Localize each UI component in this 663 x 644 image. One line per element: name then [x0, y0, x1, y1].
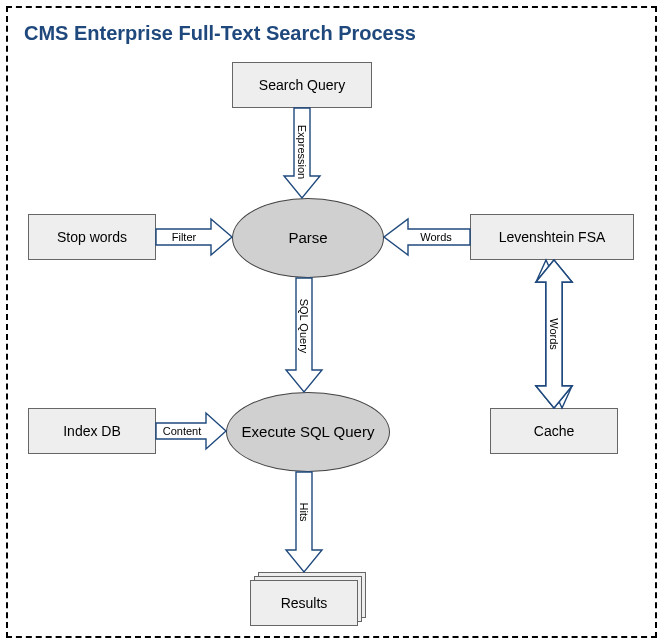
node-results-stack: Results — [250, 572, 368, 628]
node-stop-words: Stop words — [28, 214, 156, 260]
node-exec-sql: Execute SQL Query — [226, 392, 390, 472]
stack-sheet-front: Results — [250, 580, 358, 626]
node-search-query: Search Query — [232, 62, 372, 108]
node-index-db: Index DB — [28, 408, 156, 454]
node-levenshtein: Levenshtein FSA — [470, 214, 634, 260]
node-parse: Parse — [232, 198, 384, 278]
diagram-canvas: CMS Enterprise Full-Text Search Process … — [0, 0, 663, 644]
diagram-title: CMS Enterprise Full-Text Search Process — [24, 22, 416, 45]
node-cache: Cache — [490, 408, 618, 454]
